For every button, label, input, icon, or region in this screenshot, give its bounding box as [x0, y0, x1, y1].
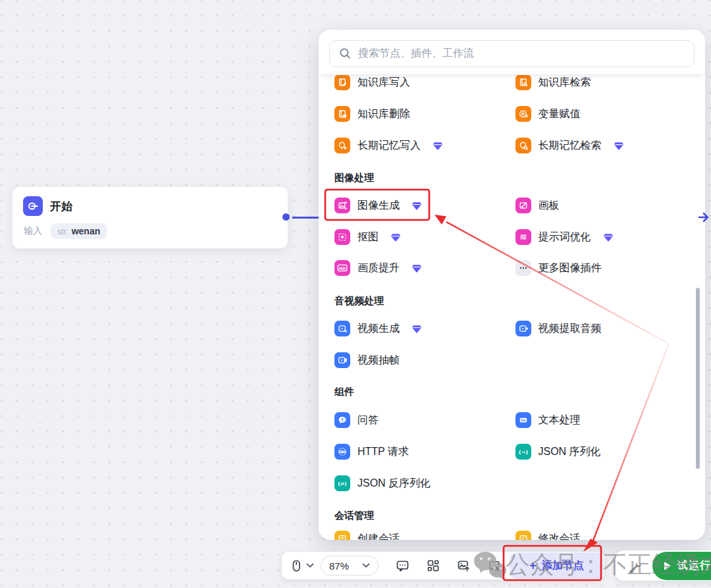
palette-item-knowledge-delete[interactable]: 知识库删除 [334, 106, 515, 122]
qa-icon: ? [334, 412, 350, 428]
param-type: str. [57, 227, 68, 236]
video-extract-audio-icon [515, 321, 531, 336]
palette-search-header: 搜索节点、插件、工作流 [319, 30, 705, 75]
run-button[interactable]: 试运行 [652, 552, 711, 580]
svg-text:HD: HD [339, 266, 346, 271]
section-header-components: 组件 [334, 386, 354, 400]
palette-item-knowledge-write[interactable]: 知识库写入 [334, 74, 515, 90]
palette-item-http-request[interactable]: HTTP HTTP 请求 [334, 444, 515, 460]
palette-item-hd-enhance[interactable]: HD 画质提升 [334, 260, 515, 276]
palette-item-text-process[interactable]: Str 文本处理 [515, 412, 697, 428]
matting-icon [334, 229, 350, 245]
panel-scrollbar[interactable] [696, 288, 700, 469]
palette-item-memory-write[interactable]: 长期记忆写入 [334, 138, 515, 153]
memory-write-icon [334, 138, 350, 153]
gem-badge-icon [412, 325, 421, 333]
gem-badge-icon [412, 201, 421, 210]
zoom-select[interactable]: 87% [321, 556, 379, 575]
gem-badge-icon [391, 233, 400, 242]
svg-text:{→}: {→} [519, 450, 528, 455]
palette-item-knowledge-search[interactable]: 知识库检索 [515, 74, 697, 90]
add-node-panel[interactable]: 搜索节点、插件、工作流 知识库写入 知识库检索 [319, 30, 705, 540]
palette-item-canvas-board[interactable]: 画板 [515, 198, 697, 213]
param-name: wenan [72, 226, 101, 236]
palette-item-json-serialize[interactable]: {→} JSON 序列化 [515, 444, 697, 460]
grid-layout-icon[interactable] [427, 559, 440, 572]
video-frame-icon [334, 352, 350, 368]
chevron-down-icon[interactable] [306, 563, 314, 568]
search-input[interactable]: 搜索节点、插件、工作流 [329, 40, 695, 67]
variable-assign-icon [515, 106, 531, 122]
section-header-image: 图像处理 [334, 172, 374, 186]
image-generate-icon [334, 198, 350, 213]
palette-item-session-create[interactable]: 创建会话 [334, 531, 515, 540]
palette-item-variable-assign[interactable]: 变量赋值 [515, 106, 697, 122]
zoom-value: 87% [329, 560, 349, 572]
more-plugins-icon [515, 260, 531, 276]
svg-text:HTTP: HTTP [339, 450, 346, 453]
canvas-board-icon [515, 198, 531, 213]
gem-badge-icon [433, 142, 442, 150]
annotation-arrowhead-bottom [583, 539, 598, 552]
play-icon [664, 562, 672, 570]
search-icon [339, 47, 352, 60]
palette-item-video-extract-audio[interactable]: 视频提取音频 [515, 321, 697, 336]
prompt-optimize-icon [515, 229, 531, 245]
http-request-icon: HTTP [334, 444, 350, 460]
palette-item-qa[interactable]: ? 问答 [334, 412, 515, 428]
search-placeholder: 搜索节点、插件、工作流 [358, 47, 474, 61]
svg-text:{⇄}: {⇄} [338, 481, 347, 487]
palette-item-video-frame[interactable]: 视频抽帧 [334, 352, 521, 368]
json-serialize-icon: {→} [515, 444, 531, 460]
input-param-tag[interactable]: str. wenan [51, 223, 107, 239]
chevron-down-icon [362, 563, 370, 568]
palette-item-session-edit[interactable]: 修改会话 [515, 531, 697, 540]
knowledge-search-icon [515, 74, 531, 90]
session-create-icon [334, 531, 350, 540]
json-deserialize-icon: {⇄} [334, 475, 350, 491]
gem-badge-icon [604, 233, 613, 242]
section-header-av: 音视频处理 [334, 295, 384, 309]
svg-text:?: ? [341, 417, 344, 423]
session-edit-icon [515, 531, 531, 540]
plus-icon: + [529, 560, 537, 572]
knowledge-write-icon [334, 74, 350, 90]
annotate-icon[interactable] [488, 559, 502, 573]
text-process-icon: Str [515, 412, 531, 428]
workflow-canvas[interactable]: { "start_node": { "title": "开始", "icon":… [0, 0, 711, 588]
start-node-title: 开始 [50, 199, 72, 214]
wrench-icon[interactable] [625, 558, 643, 577]
svg-text:Str: Str [521, 419, 527, 422]
add-node-label: 添加节点 [542, 559, 584, 573]
start-node[interactable]: 开始 输入 str. wenan [12, 186, 288, 249]
comment-icon[interactable] [396, 559, 409, 573]
connection-edge [292, 217, 319, 219]
section-header-session: 会话管理 [334, 510, 374, 524]
input-label: 输入 [24, 225, 42, 237]
palette-item-memory-search[interactable]: 长期记忆检索 [515, 138, 697, 153]
edge-arrow-icon [698, 211, 711, 226]
export-image-icon[interactable] [457, 559, 471, 573]
gem-badge-icon [614, 142, 623, 150]
hd-enhance-icon: HD [334, 260, 350, 276]
video-generate-icon [334, 321, 350, 336]
mouse-cursor-icon[interactable] [290, 559, 303, 573]
palette-item-more-image-plugins[interactable]: 更多图像插件 [515, 260, 697, 276]
add-node-button[interactable]: + 添加节点 [510, 552, 604, 579]
gem-badge-icon [412, 264, 421, 273]
palette-item-prompt-optimize[interactable]: 提示词优化 [515, 229, 697, 245]
palette-item-json-deserialize[interactable]: {⇄} JSON 反序列化 [334, 475, 521, 491]
start-icon [23, 196, 43, 216]
palette-item-image-generate[interactable]: 图像生成 [334, 198, 515, 213]
memory-search-icon [515, 138, 531, 153]
palette-item-matting[interactable]: 抠图 [334, 229, 515, 245]
run-label: 试运行 [677, 559, 711, 573]
palette-item-video-generate[interactable]: 视频生成 [334, 321, 515, 336]
start-node-output-port[interactable] [282, 213, 290, 221]
knowledge-delete-icon [334, 106, 350, 122]
